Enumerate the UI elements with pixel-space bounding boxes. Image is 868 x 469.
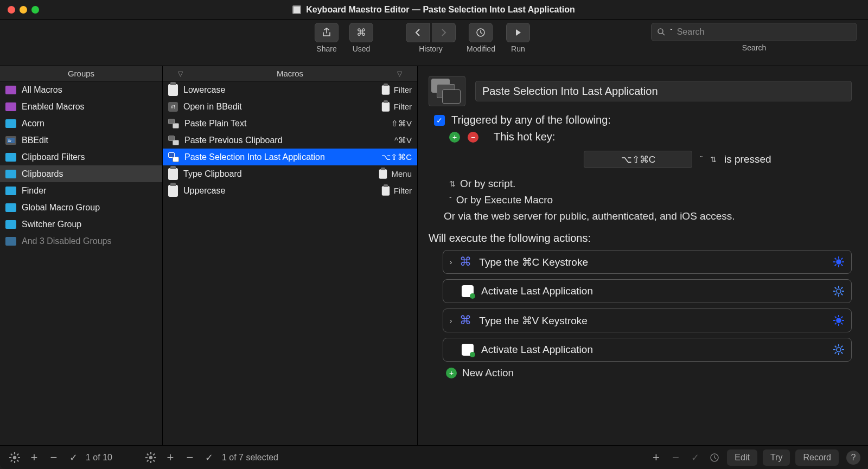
execute-macro-chevron-icon[interactable]: ˇ [449, 196, 452, 204]
action-add-button[interactable]: + [649, 451, 663, 465]
action-label: Activate Last Application [481, 285, 593, 297]
groups-remove-button[interactable]: − [47, 451, 61, 465]
svg-line-32 [835, 317, 837, 318]
clipboard-icon [168, 84, 178, 96]
action-remove-button[interactable]: − [668, 451, 682, 465]
action-gear-icon[interactable] [833, 256, 845, 268]
disclosure-chevron-icon[interactable]: › [450, 258, 452, 266]
sort-triangle-left-icon[interactable]: ▽ [178, 70, 183, 78]
groups-list[interactable]: All MacrosEnabled MacrosAcornBBEditClipb… [0, 81, 162, 445]
group-row[interactable]: Enabled Macros [0, 98, 162, 115]
macro-header [429, 76, 852, 106]
or-by-execute-macro[interactable]: ˇ Or by Execute Macro [429, 194, 852, 206]
history-back-button[interactable] [406, 23, 430, 42]
close-window-button[interactable] [8, 6, 15, 14]
macro-row[interactable]: Paste Selection Into Last Application⌥⇧⌘… [163, 149, 417, 165]
action-card[interactable]: ›⌘Type the ⌘C Keystroke [443, 250, 852, 274]
search-input[interactable] [677, 27, 851, 37]
action-gear-icon[interactable] [833, 344, 845, 356]
minimize-window-button[interactable] [20, 6, 27, 14]
group-row[interactable]: BBEdit [0, 132, 162, 149]
group-label: Switcher Group [22, 220, 81, 229]
disclosure-chevron-icon[interactable]: › [450, 317, 452, 325]
action-card[interactable]: Activate Last Application [443, 279, 852, 303]
remove-trigger-button[interactable]: − [468, 132, 478, 143]
group-row[interactable]: Clipboards [0, 165, 162, 182]
group-row[interactable]: Finder [0, 182, 162, 199]
search-box[interactable]: ˇ [651, 23, 857, 41]
script-stepper-icon[interactable]: ⇅ [449, 179, 456, 188]
macros-add-button[interactable]: + [163, 451, 177, 465]
macro-tag: Filter [381, 84, 412, 96]
action-card[interactable]: Activate Last Application [443, 338, 852, 362]
edit-button[interactable]: Edit [727, 449, 757, 466]
macros-gear-button[interactable] [144, 451, 158, 465]
groups-header: Groups [0, 66, 162, 81]
svg-point-18 [837, 289, 841, 293]
action-enable-button[interactable]: ✓ [688, 451, 702, 465]
search-menu-chevron-icon[interactable]: ˇ [670, 28, 673, 36]
group-row[interactable]: And 3 Disabled Groups [0, 233, 162, 249]
used-button[interactable]: ⌘ [349, 23, 373, 42]
triggered-checkbox[interactable]: ✓ [434, 115, 445, 126]
macro-row[interactable]: LowercaseFilter [163, 81, 417, 98]
hotkey-state-stepper-icon[interactable]: ⇅ [710, 155, 717, 164]
help-button[interactable]: ? [846, 451, 860, 465]
macro-tag: Filter [381, 185, 412, 197]
group-row[interactable]: Switcher Group [0, 216, 162, 233]
macro-row[interactable]: #!Open in BBeditFilter [163, 98, 417, 115]
svg-line-61 [147, 460, 149, 461]
macro-row[interactable]: Paste Previous Clipboard^⌘V [163, 132, 417, 149]
group-row[interactable]: All Macros [0, 81, 162, 98]
macros-remove-button[interactable]: − [183, 451, 197, 465]
macros-enable-button[interactable]: ✓ [202, 451, 216, 465]
new-action-row[interactable]: + New Action [429, 367, 852, 379]
modified-button[interactable] [469, 23, 493, 42]
is-pressed-label[interactable]: is pressed [724, 153, 771, 165]
macros-list[interactable]: LowercaseFilter#!Open in BBeditFilterPas… [163, 81, 417, 445]
group-row[interactable]: Acorn [0, 115, 162, 132]
groups-enable-button[interactable]: ✓ [66, 451, 80, 465]
group-label: And 3 Disabled Groups [22, 236, 111, 246]
groups-header-label: Groups [68, 69, 94, 78]
macro-label: Open in BBedit [183, 102, 242, 112]
macro-name-input[interactable] [475, 81, 852, 101]
or-script-label: Or by script. [460, 178, 515, 190]
new-action-label: New Action [462, 367, 514, 379]
hotkey-input[interactable]: ⌥⇧⌘C [584, 151, 692, 168]
try-label: Try [770, 453, 783, 462]
share-label: Share [316, 44, 336, 53]
add-trigger-button[interactable]: + [449, 132, 460, 143]
sort-triangle-right-icon[interactable]: ▽ [397, 70, 402, 78]
groups-pane: Groups All MacrosEnabled MacrosAcornBBEd… [0, 66, 163, 445]
hotkey-more-chevron-icon[interactable]: ˇ [700, 155, 703, 164]
action-timing-button[interactable] [707, 451, 722, 465]
zoom-window-button[interactable] [31, 6, 39, 14]
run-button[interactable] [506, 23, 530, 42]
app-icon [292, 5, 302, 15]
hotkey-value: ⌥⇧⌘C [621, 154, 655, 165]
history-forward-button[interactable] [432, 23, 456, 42]
share-button[interactable] [315, 23, 339, 42]
macro-icon[interactable] [429, 76, 465, 106]
action-card[interactable]: ›⌘Type the ⌘V Keystroke [443, 309, 852, 332]
svg-line-14 [835, 258, 837, 260]
or-by-script[interactable]: ⇅ Or by script. [429, 178, 852, 190]
groups-add-button[interactable]: + [27, 451, 41, 465]
macro-row[interactable]: UppercaseFilter [163, 182, 417, 199]
macro-row[interactable]: Type ClipboardMenu [163, 165, 417, 182]
action-gear-icon[interactable] [833, 314, 845, 326]
toolbar-run-group: Run [506, 23, 530, 53]
hotkey-field-row: ⌥⇧⌘C ˇ ⇅ is pressed [449, 151, 852, 168]
record-button[interactable]: Record [795, 449, 839, 466]
svg-line-44 [841, 346, 843, 348]
macro-row[interactable]: Paste Plain Text⇧⌘V [163, 115, 417, 132]
group-row[interactable]: Global Macro Group [0, 199, 162, 216]
action-gear-icon[interactable] [833, 285, 845, 297]
groups-gear-button[interactable] [8, 451, 22, 465]
try-button[interactable]: Try [763, 449, 790, 466]
group-label: Clipboards [22, 169, 63, 179]
macro-shortcut: ⇧⌘V [391, 119, 412, 129]
toolbar-share-group: Share [315, 23, 339, 53]
group-row[interactable]: Clipboard Filters [0, 149, 162, 165]
